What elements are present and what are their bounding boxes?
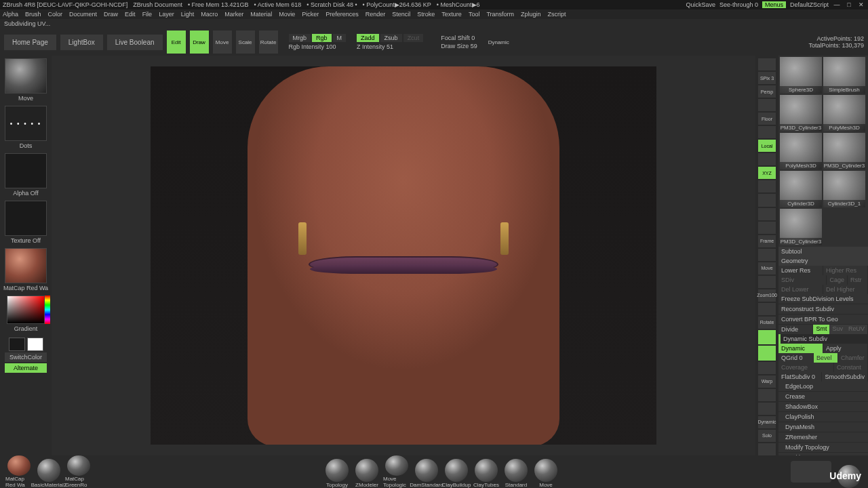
menu-edit[interactable]: Edit — [125, 11, 136, 18]
rotate-tool[interactable]: Rotate — [259, 30, 278, 54]
del-higher[interactable]: Del Higher — [823, 285, 868, 294]
tool-thumb[interactable]: PolyMesh3D — [823, 95, 865, 131]
tool-thumb[interactable]: PM3D_Cylinder3 — [780, 95, 822, 131]
side-btn-27[interactable]: Solo — [758, 430, 776, 442]
material-orb[interactable]: MatCap GreenRo — [65, 455, 92, 488]
draw-tool[interactable]: Draw — [190, 30, 209, 54]
apply-btn[interactable]: Apply — [823, 344, 868, 353]
side-btn-14[interactable] — [758, 249, 776, 261]
menu-texture[interactable]: Texture — [441, 11, 462, 18]
sdiv-slider[interactable]: SDiv — [778, 275, 827, 285]
edit-tool[interactable]: Edit — [167, 30, 186, 54]
hue-strip[interactable] — [45, 296, 50, 324]
lightbox-button[interactable]: LightBox — [60, 35, 103, 50]
bevel-btn[interactable]: Bevel — [814, 353, 838, 363]
side-btn-4[interactable]: Floor — [758, 113, 776, 125]
menu-transform[interactable]: Transform — [486, 11, 514, 18]
side-btn-1[interactable]: SPix 3 — [758, 72, 776, 84]
side-btn-26[interactable]: Dynamic — [758, 416, 776, 428]
side-btn-10[interactable] — [758, 194, 776, 206]
z-intensity[interactable]: Z Intensity 51 — [357, 43, 423, 50]
m-mode[interactable]: M — [333, 34, 347, 42]
side-btn-28[interactable] — [758, 443, 776, 455]
lower-res[interactable]: Lower Res — [778, 266, 823, 275]
menu-movie[interactable]: Movie — [279, 11, 295, 18]
side-btn-6[interactable]: Local — [758, 140, 776, 152]
side-btn-16[interactable] — [758, 276, 776, 288]
geometry-header[interactable]: Geometry — [778, 256, 868, 266]
material-orb[interactable]: BasicMaterial2 — [35, 455, 62, 488]
side-btn-15[interactable]: Move — [758, 262, 776, 274]
panel-edgeloop[interactable]: EdgeLoop — [778, 382, 868, 392]
constant-btn[interactable]: Constant — [834, 363, 868, 372]
dynamic-subdiv-header[interactable]: Dynamic Subdiv — [778, 334, 868, 344]
home-button[interactable]: Home Page — [4, 35, 56, 50]
side-btn-7[interactable] — [758, 153, 776, 165]
zsub-mode[interactable]: Zsub — [380, 34, 402, 42]
alpha-swatch[interactable] — [5, 153, 47, 188]
move-tool[interactable]: Move — [213, 30, 232, 54]
draw-size[interactable]: Draw Size 59 — [441, 43, 477, 49]
defaultzscript[interactable]: DefaultZScript — [790, 1, 829, 8]
side-btn-12[interactable] — [758, 222, 776, 234]
coverage-slider[interactable]: Coverage — [778, 363, 834, 372]
menu-color[interactable]: Color — [48, 11, 63, 18]
tool-thumb[interactable]: Cylinder3D_1 — [823, 171, 865, 207]
brush-swatch[interactable] — [5, 58, 47, 94]
focal-shift[interactable]: Focal Shift 0 — [441, 35, 477, 41]
color-secondary[interactable] — [27, 338, 43, 351]
side-btn-23[interactable]: Warp — [758, 375, 776, 388]
menu-zscript[interactable]: Zscript — [548, 11, 566, 18]
chamfer-btn[interactable]: Chamfer — [838, 353, 868, 363]
menu-stroke[interactable]: Stroke — [417, 11, 435, 18]
mrgb-mode[interactable]: Mrgb — [289, 34, 311, 42]
side-btn-22[interactable] — [758, 362, 776, 374]
menu-light[interactable]: Light — [181, 11, 195, 18]
color-picker[interactable] — [7, 296, 45, 324]
menu-render[interactable]: Render — [366, 11, 386, 18]
dynamic-btn[interactable]: Dynamic — [778, 344, 823, 353]
minimize-icon[interactable]: — — [833, 1, 841, 9]
subtool-header[interactable]: Subtool — [778, 247, 868, 256]
brush-orb[interactable]: ClayTubes — [473, 455, 500, 488]
side-btn-25[interactable] — [758, 403, 776, 415]
menu-material[interactable]: Material — [250, 11, 272, 18]
brush-orb[interactable]: Move — [532, 455, 559, 488]
rgb-mode[interactable]: Rgb — [312, 34, 332, 42]
brush-orb[interactable]: Standard — [502, 455, 530, 488]
switch-color-button[interactable]: SwitchColor — [5, 352, 47, 362]
seethrough[interactable]: See-through 0 — [719, 1, 758, 8]
menu-alpha[interactable]: Alpha — [3, 11, 18, 18]
menu-stencil[interactable]: Stencil — [392, 11, 410, 18]
side-btn-0[interactable] — [758, 58, 776, 70]
side-btn-13[interactable]: Frame — [758, 235, 776, 247]
gradient-label[interactable]: Gradient — [14, 325, 38, 332]
maximize-icon[interactable]: □ — [845, 1, 853, 9]
panel-dynamesh[interactable]: DynaMesh — [778, 422, 868, 432]
menu-brush[interactable]: Brush — [25, 11, 41, 18]
flatsubdiv-slider[interactable]: FlatSubdiv 0 — [778, 372, 822, 382]
side-btn-2[interactable]: Persp — [758, 85, 776, 98]
panel-claypolish[interactable]: ClayPolish — [778, 412, 868, 422]
side-btn-5[interactable] — [758, 126, 776, 138]
menu-zplugin[interactable]: Zplugin — [521, 11, 541, 18]
tool-thumb[interactable]: PolyMesh3D — [780, 133, 822, 169]
side-btn-3[interactable] — [758, 99, 776, 111]
suv-btn[interactable]: Suv — [829, 325, 846, 334]
tool-thumb[interactable]: PM3D_Cylinder3 — [823, 133, 865, 169]
texture-swatch[interactable] — [5, 201, 47, 236]
reuv-btn[interactable]: ReUV — [846, 325, 867, 334]
rgb-intensity[interactable]: Rgb Intensity 100 — [289, 43, 347, 50]
color-main[interactable] — [9, 338, 25, 351]
stroke-swatch[interactable] — [5, 106, 47, 141]
side-btn-8[interactable]: XYZ — [758, 167, 776, 179]
menu-macro[interactable]: Macro — [201, 11, 218, 18]
viewport-canvas[interactable] — [151, 66, 656, 445]
reconstruct-subdiv[interactable]: Reconstruct Subdiv — [778, 304, 868, 314]
cage-btn[interactable]: Cage — [827, 275, 848, 285]
side-btn-9[interactable] — [758, 180, 776, 192]
tool-thumb[interactable]: PM3D_Cylinder3 — [780, 209, 822, 245]
side-btn-24[interactable] — [758, 389, 776, 401]
smoothsubdiv-slider[interactable]: SmoothSubdiv — [822, 372, 868, 382]
quicksave-button[interactable]: QuickSave — [686, 1, 715, 8]
